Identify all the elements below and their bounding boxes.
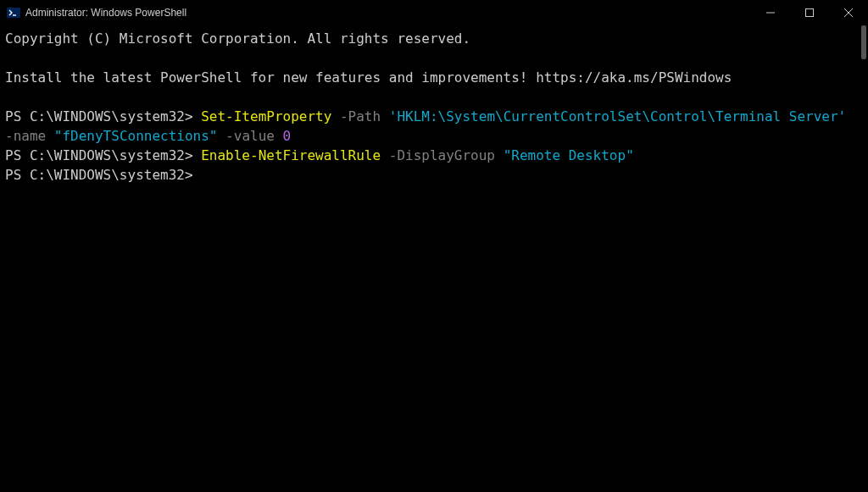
install-message: Install the latest PowerShell for new fe…: [5, 69, 732, 86]
value-displaygroup: "Remote Desktop": [504, 147, 634, 163]
scrollbar-thumb[interactable]: [861, 25, 866, 59]
scrollbar[interactable]: [860, 25, 868, 492]
powershell-window: Administrator: Windows PowerShell Copyri…: [0, 0, 868, 492]
param-path: -Path: [340, 108, 381, 124]
param-name: -name: [5, 128, 46, 144]
cmd-enable-netfirewallrule: Enable-NetFirewallRule: [201, 147, 381, 163]
maximize-button[interactable]: [790, 0, 829, 25]
window-controls: [751, 0, 868, 25]
close-button[interactable]: [829, 0, 868, 25]
prompt-1: PS C:\WINDOWS\system32>: [5, 108, 193, 124]
value-path: 'HKLM:\System\CurrentControlSet\Control\…: [389, 108, 846, 124]
copyright-line: Copyright (C) Microsoft Corporation. All…: [5, 30, 470, 47]
titlebar[interactable]: Administrator: Windows PowerShell: [0, 0, 868, 25]
powershell-icon: [7, 6, 20, 19]
prompt-3: PS C:\WINDOWS\system32>: [5, 167, 193, 183]
svg-rect-3: [806, 9, 814, 17]
terminal-output[interactable]: Copyright (C) Microsoft Corporation. All…: [0, 25, 860, 492]
window-title: Administrator: Windows PowerShell: [25, 7, 186, 19]
minimize-button[interactable]: [751, 0, 790, 25]
value-value: 0: [283, 128, 292, 144]
prompt-2: PS C:\WINDOWS\system32>: [5, 147, 193, 163]
cmd-set-itemproperty: Set-ItemProperty: [201, 108, 331, 124]
param-displaygroup: -DisplayGroup: [389, 147, 495, 163]
param-value: -value: [225, 128, 275, 144]
value-name: "fDenyTSConnections": [54, 128, 218, 144]
svg-rect-0: [7, 8, 20, 18]
content-area: Copyright (C) Microsoft Corporation. All…: [0, 25, 868, 492]
